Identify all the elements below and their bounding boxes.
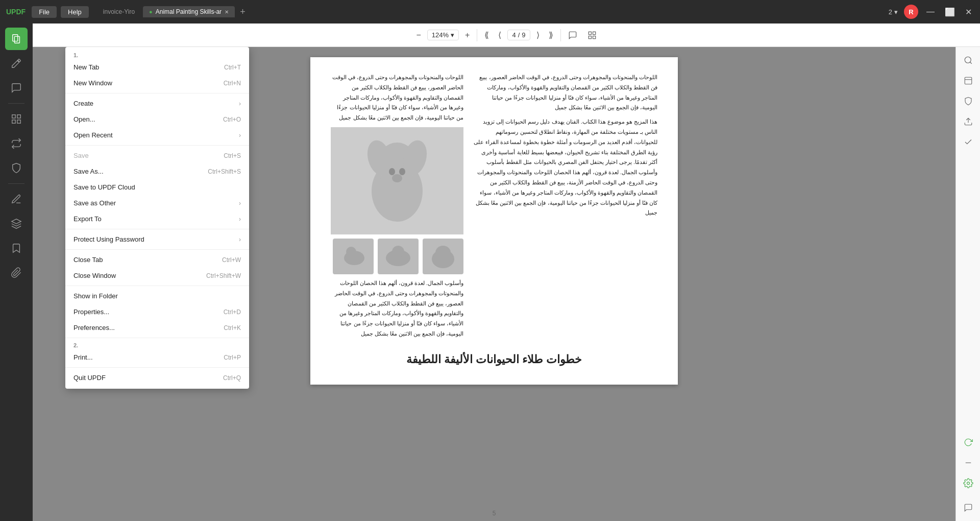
sidebar-icon-attachment[interactable] <box>5 262 28 284</box>
right-icon-search[interactable] <box>959 51 977 69</box>
right-icon-minus[interactable] <box>959 454 977 472</box>
menu-label-export-to: Export To <box>74 215 102 223</box>
pdf-arabic-right-2: وأسلوب الجمال. لعدة قرون، ألهم هذا الحصا… <box>331 278 463 339</box>
main-area: − 124% ▾ + ⟪ ⟨ 4 / 9 ⟩ ⟫ <box>0 23 980 521</box>
svg-point-25 <box>965 57 971 63</box>
menu-item-new-tab[interactable]: New Tab Ctrl+T <box>65 59 249 75</box>
svg-rect-3 <box>17 115 20 118</box>
small-img-1 <box>423 239 463 274</box>
last-page-button[interactable]: ⟫ <box>546 28 556 42</box>
close-button[interactable]: ✕ <box>963 7 974 17</box>
zoom-controls: − 124% ▾ + <box>413 29 473 42</box>
shortcut-print: Ctrl+P <box>224 354 241 361</box>
zoom-level-display[interactable]: 124% ▾ <box>427 30 459 40</box>
menu-sep-5 <box>65 286 249 286</box>
sidebar-icon-bookmark[interactable] <box>5 237 28 259</box>
right-icon-tool2[interactable] <box>959 92 977 110</box>
sidebar-icon-layers[interactable] <box>5 212 28 235</box>
svg-point-16 <box>399 168 405 175</box>
menu-item-properties[interactable]: Properties... Ctrl+D <box>65 304 249 320</box>
maximize-button[interactable]: ⬜ <box>943 7 957 17</box>
menu-item-export-to[interactable]: Export To › <box>65 211 249 227</box>
menu-item-print[interactable]: Print... Ctrl+P <box>65 349 249 365</box>
svg-point-19 <box>435 246 451 260</box>
right-icon-upload[interactable] <box>959 112 977 131</box>
tab-invoice-label: invoice-Yiro <box>103 8 135 15</box>
shortcut-new-tab: Ctrl+T <box>224 64 241 71</box>
shortcut-save: Ctrl+S <box>224 152 241 159</box>
right-icon-settings[interactable] <box>959 474 977 492</box>
pdf-two-col-layout: اللوحات والمنحوتات والمجوهرات وحتى الدرو… <box>331 73 657 339</box>
menu-label-show-folder: Show in Folder <box>74 292 118 300</box>
tab-close-icon[interactable]: ✕ <box>225 9 229 15</box>
right-icon-check[interactable] <box>959 133 977 151</box>
menu-label-new-window: New Window <box>74 79 112 87</box>
menu-item-save-as-other[interactable]: Save as Other › <box>65 195 249 211</box>
menu-label-close-window: Close Window <box>74 272 116 279</box>
tab-area: invoice-Yiro ● Animal Painting Skills-ar… <box>97 6 885 17</box>
title-bar-right: 2 ▾ R — ⬜ ✕ <box>889 5 974 19</box>
toolbar-separator-2 <box>560 29 561 41</box>
menu-item-save-to-cloud[interactable]: Save to UPDF Cloud <box>65 179 249 195</box>
menu-label-print: Print... <box>74 353 93 361</box>
tab-invoice[interactable]: invoice-Yiro <box>97 6 141 17</box>
menu-label-close-tab: Close Tab <box>74 256 103 264</box>
menu-label-create: Create <box>74 100 93 107</box>
shortcut-close-window: Ctrl+Shift+W <box>206 272 241 279</box>
menu-item-protect[interactable]: Protect Using Password › <box>65 231 249 247</box>
menu-label-new-tab: New Tab <box>74 63 99 71</box>
right-icon-tool1[interactable] <box>959 72 977 90</box>
next-page-button[interactable]: ⟩ <box>533 28 543 42</box>
svg-rect-5 <box>12 120 15 123</box>
zoom-in-button[interactable]: + <box>462 29 473 42</box>
layout-button[interactable] <box>584 29 600 42</box>
zoom-out-button[interactable]: − <box>413 29 424 42</box>
pdf-toolbar: − 124% ▾ + ⟪ ⟨ 4 / 9 ⟩ ⟫ <box>33 23 980 47</box>
app-logo: UPDF <box>6 8 26 16</box>
right-icon-refresh[interactable] <box>959 433 977 452</box>
sidebar-icon-edit[interactable] <box>5 52 28 75</box>
avatar[interactable]: R <box>904 5 918 19</box>
small-img-3 <box>333 239 374 274</box>
pdf-small-images <box>331 239 463 274</box>
prev-page-button[interactable]: ⟨ <box>495 28 504 42</box>
menu-item-open-recent[interactable]: Open Recent › <box>65 127 249 143</box>
file-menu-button[interactable]: File <box>32 6 57 18</box>
svg-rect-26 <box>965 77 972 84</box>
menu-label-save-to-cloud: Save to UPDF Cloud <box>74 183 135 191</box>
add-tab-button[interactable]: + <box>237 7 249 17</box>
menu-item-new-window[interactable]: New Window Ctrl+N <box>65 75 249 91</box>
sidebar-icon-viewer[interactable] <box>5 28 28 50</box>
menu-item-close-tab[interactable]: Close Tab Ctrl+W <box>65 252 249 268</box>
help-menu-button[interactable]: Help <box>61 6 89 18</box>
svg-marker-6 <box>12 219 21 224</box>
menu-item-save-as[interactable]: Save As... Ctrl+Shift+S <box>65 163 249 179</box>
tab-animal[interactable]: ● Animal Painting Skills-ar ✕ <box>143 6 235 17</box>
first-page-button[interactable]: ⟪ <box>481 28 492 42</box>
sidebar-icon-organize[interactable] <box>5 108 28 130</box>
menu-item-show-folder[interactable]: Show in Folder <box>65 288 249 304</box>
menu-item-quit[interactable]: Quit UPDF Ctrl+Q <box>65 370 249 386</box>
sidebar-icon-annotate[interactable] <box>5 77 28 99</box>
pdf-image-col: اللوحات والمنحوتات والمجوهرات وحتى الدرو… <box>331 73 463 339</box>
title-bar: UPDF File Help invoice-Yiro ● Animal Pai… <box>0 0 980 23</box>
menu-item-close-window[interactable]: Close Window Ctrl+Shift+W <box>65 268 249 283</box>
right-icon-comment-right[interactable] <box>959 499 977 517</box>
sidebar-icon-sign[interactable] <box>5 188 28 210</box>
file-dropdown-menu: 1. New Tab Ctrl+T New Window Ctrl+N <box>65 47 249 389</box>
sidebar-icon-convert[interactable] <box>5 132 28 155</box>
minimize-button[interactable]: — <box>924 7 937 16</box>
menu-label-properties: Properties... <box>74 308 109 316</box>
tab-animal-label: Animal Painting Skills-ar <box>156 8 222 15</box>
menu-item-save[interactable]: Save Ctrl+S <box>65 148 249 163</box>
menu-item-open[interactable]: Open... Ctrl+O <box>65 111 249 127</box>
chevron-right-icon-protect: › <box>239 236 241 243</box>
page-number-display[interactable]: 4 / 9 <box>507 30 530 40</box>
toolbar-separator-1 <box>477 29 477 41</box>
menu-item-preferences[interactable]: Preferences... Ctrl+K <box>65 320 249 336</box>
chevron-right-icon-export: › <box>239 216 241 223</box>
svg-rect-0 <box>13 35 18 41</box>
comment-button[interactable] <box>565 29 580 42</box>
sidebar-icon-protect[interactable] <box>5 157 28 179</box>
menu-item-create[interactable]: Create › <box>65 96 249 111</box>
